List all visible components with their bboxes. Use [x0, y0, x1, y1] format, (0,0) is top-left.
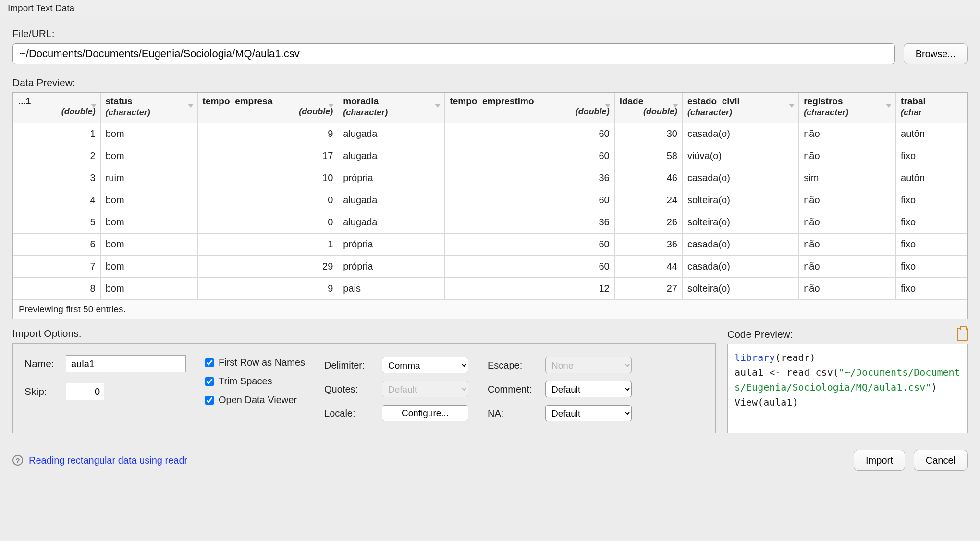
table-cell: não [799, 189, 896, 211]
comment-select[interactable]: Default [545, 381, 632, 397]
column-header[interactable]: moradia(character) [338, 93, 445, 123]
chevron-down-icon[interactable] [435, 104, 441, 108]
table-cell: 4 [13, 189, 101, 211]
file-url-input[interactable] [12, 43, 895, 64]
table-cell: 5 [13, 211, 101, 234]
table-cell: 0 [197, 189, 338, 211]
comment-label: Comment: [488, 384, 540, 395]
data-preview-panel: ...1(double)status(character)tempo_empre… [12, 92, 968, 319]
table-cell: não [799, 211, 896, 234]
file-url-label: File/URL: [12, 28, 968, 39]
table-cell: 60 [445, 189, 614, 211]
table-cell: não [799, 256, 896, 278]
data-preview-label: Data Preview: [12, 77, 968, 88]
quotes-label: Quotes: [324, 384, 377, 395]
table-cell: 60 [445, 256, 614, 278]
table-cell: 6 [13, 234, 101, 256]
chevron-down-icon[interactable] [789, 104, 795, 108]
table-cell: sim [799, 167, 896, 189]
table-cell: fixo [896, 145, 967, 167]
table-cell: 7 [13, 256, 101, 278]
table-cell: solteira(o) [682, 211, 798, 234]
table-cell: própria [338, 167, 445, 189]
table-cell: bom [100, 123, 197, 145]
table-row[interactable]: 8bom9pais1227solteira(o)nãofixo [13, 278, 968, 300]
table-cell: 26 [614, 211, 682, 234]
column-header[interactable]: estado_civil(character) [682, 93, 798, 123]
na-label: NA: [488, 408, 540, 419]
table-cell: bom [100, 278, 197, 300]
table-cell: fixo [896, 189, 967, 211]
table-row[interactable]: 2bom17alugada6058viúva(o)nãofixo [13, 145, 968, 167]
table-cell: fixo [896, 234, 967, 256]
column-header[interactable]: status(character) [100, 93, 197, 123]
table-row[interactable]: 3ruim10própria3646casada(o)simautôn [13, 167, 968, 189]
na-select[interactable]: Default [545, 405, 632, 421]
column-header[interactable]: tempo_empresa(double) [197, 93, 338, 123]
table-cell: 60 [445, 145, 614, 167]
column-header[interactable]: registros(character) [799, 93, 896, 123]
table-cell: 9 [197, 278, 338, 300]
chevron-down-icon[interactable] [91, 104, 97, 108]
chevron-down-icon[interactable] [328, 104, 334, 108]
first-row-checkbox[interactable]: First Row as Names [205, 357, 305, 368]
table-cell: casada(o) [682, 167, 798, 189]
table-cell: 30 [614, 123, 682, 145]
help-link[interactable]: ? Reading rectangular data using readr [12, 455, 187, 466]
chevron-down-icon[interactable] [605, 104, 611, 108]
escape-label: Escape: [488, 360, 540, 371]
open-data-viewer-checkbox[interactable]: Open Data Viewer [205, 394, 305, 406]
import-button[interactable]: Import [854, 450, 905, 471]
table-row[interactable]: 1bom9alugada6030casada(o)nãoautôn [13, 123, 968, 145]
table-cell: própria [338, 256, 445, 278]
table-cell: alugada [338, 123, 445, 145]
code-preview[interactable]: library(readr) aula1 <- read_csv("~/Docu… [727, 344, 968, 433]
cancel-button[interactable]: Cancel [914, 450, 968, 471]
table-cell: alugada [338, 189, 445, 211]
column-header[interactable]: idade(double) [614, 93, 682, 123]
locale-configure-button[interactable]: Configure... [382, 405, 468, 421]
table-cell: 2 [13, 145, 101, 167]
name-input[interactable] [66, 355, 186, 372]
table-row[interactable]: 7bom29própria6044casada(o)nãofixo [13, 256, 968, 278]
chevron-down-icon[interactable] [886, 104, 892, 108]
table-cell: 9 [197, 123, 338, 145]
table-row[interactable]: 6bom1própria6036casada(o)nãofixo [13, 234, 968, 256]
column-header[interactable]: tempo_emprestimo(double) [445, 93, 614, 123]
import-options-label: Import Options: [12, 328, 716, 339]
table-cell: fixo [896, 278, 967, 300]
table-cell: casada(o) [682, 123, 798, 145]
delimiter-select[interactable]: Comma [382, 357, 468, 373]
escape-select[interactable]: None [545, 357, 632, 373]
table-cell: 44 [614, 256, 682, 278]
skip-input[interactable] [66, 383, 104, 400]
locale-label: Locale: [324, 408, 377, 419]
table-cell: 60 [445, 234, 614, 256]
table-cell: 0 [197, 211, 338, 234]
table-cell: não [799, 234, 896, 256]
table-cell: própria [338, 234, 445, 256]
column-header[interactable]: trabal(char [896, 93, 967, 123]
chevron-down-icon[interactable] [673, 104, 678, 108]
table-row[interactable]: 5bom0alugada3626solteira(o)nãofixo [13, 211, 968, 234]
table-cell: 1 [197, 234, 338, 256]
table-cell: fixo [896, 211, 967, 234]
quotes-select[interactable]: Default [382, 381, 468, 397]
trim-spaces-checkbox[interactable]: Trim Spaces [205, 376, 305, 387]
name-label: Name: [24, 358, 60, 369]
table-cell: 1 [13, 123, 101, 145]
data-preview-table[interactable]: ...1(double)status(character)tempo_empre… [13, 93, 967, 300]
table-cell: alugada [338, 211, 445, 234]
table-cell: não [799, 123, 896, 145]
clipboard-icon[interactable] [957, 328, 968, 341]
table-cell: 8 [13, 278, 101, 300]
column-header[interactable]: ...1(double) [13, 93, 101, 123]
table-cell: não [799, 145, 896, 167]
table-cell: alugada [338, 145, 445, 167]
table-cell: casada(o) [682, 256, 798, 278]
chevron-down-icon[interactable] [188, 104, 194, 108]
code-preview-label: Code Preview: [727, 329, 793, 340]
table-row[interactable]: 4bom0alugada6024solteira(o)nãofixo [13, 189, 968, 211]
browse-button[interactable]: Browse... [904, 43, 968, 64]
table-cell: 17 [197, 145, 338, 167]
